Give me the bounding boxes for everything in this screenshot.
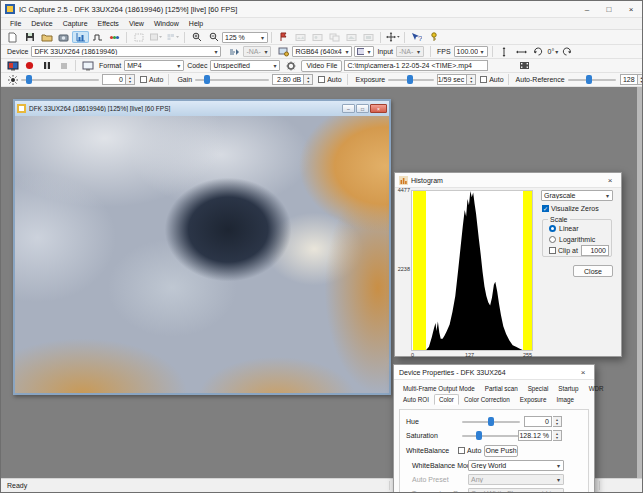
menu-file[interactable]: File <box>5 20 26 27</box>
tab-color-correction[interactable]: Color Correction <box>459 394 515 405</box>
auto-reference-value-field[interactable]: 128 <box>620 74 638 85</box>
tab-startup[interactable]: Startup <box>553 383 583 394</box>
image-restore-button[interactable]: □ <box>356 104 369 113</box>
auto-reference-slider[interactable] <box>568 74 616 85</box>
histogram-window[interactable]: Histogram × 4477 2238 0 127 255 Grayscal… <box>394 172 622 357</box>
hue-slider[interactable] <box>462 416 520 427</box>
gain-slider[interactable] <box>195 74 269 85</box>
histogram-toggle-icon[interactable] <box>72 31 89 43</box>
live-image-window[interactable]: DFK 33UX264 (18619946) [125%] [live] [60… <box>13 99 391 395</box>
new-file-icon[interactable] <box>4 31 21 43</box>
linear-radio[interactable]: Linear <box>549 225 578 232</box>
video-path-field[interactable]: C:\tmp\camera-1 22-05-24 <TIME>.mp4 <box>344 60 488 71</box>
device-properties-close-icon[interactable]: × <box>576 368 590 377</box>
rotate-right-icon[interactable] <box>558 46 575 58</box>
exposure-spinner[interactable]: ▴▾ <box>467 74 476 85</box>
temperature-preset-combobox[interactable]: Cool White Fluorescent Light▾ <box>468 488 564 493</box>
zoom-out-icon[interactable] <box>205 31 222 43</box>
menu-view[interactable]: View <box>124 20 149 27</box>
image-window-titlebar[interactable]: DFK 33UX264 (18619946) [125%] [live] [60… <box>15 101 389 116</box>
auto-reference-spinner[interactable]: ▴▾ <box>638 74 643 85</box>
live-display-icon[interactable] <box>4 60 21 72</box>
white-balance-one-push-button[interactable]: One Push <box>484 445 518 457</box>
stop-button-icon[interactable] <box>55 60 72 72</box>
device-combobox[interactable]: DFK 33UX264 (18619946)▾ <box>31 46 221 57</box>
saturation-spinner[interactable]: ▴▾ <box>553 430 562 441</box>
saturation-slider[interactable] <box>462 430 520 441</box>
codec-settings-gear-icon[interactable] <box>282 60 299 72</box>
video-file-button[interactable]: Video File <box>301 60 342 72</box>
histogram-channel-combobox[interactable]: Grayscale▾ <box>541 190 613 201</box>
format-combobox[interactable]: MP4▾ <box>124 60 184 71</box>
menu-effects[interactable]: Effects <box>93 20 124 27</box>
menu-help[interactable]: Help <box>184 20 208 27</box>
image-minimize-button[interactable]: – <box>342 104 355 113</box>
tab-auto-roi[interactable]: Auto ROI <box>398 394 434 405</box>
record-button-icon[interactable] <box>21 60 38 72</box>
display-while-recording-icon[interactable] <box>79 60 96 72</box>
tab-multi-frame-output-mode[interactable]: Multi-Frame Output Mode <box>398 383 480 394</box>
hue-value-field[interactable]: 0 <box>524 416 552 427</box>
menu-window[interactable]: Window <box>149 20 184 27</box>
capture-settings-icon[interactable] <box>275 31 292 43</box>
close-button[interactable]: × <box>620 1 642 17</box>
live-video-view[interactable] <box>15 116 389 393</box>
fps-combobox[interactable]: 100.00▾ <box>454 46 488 57</box>
auto-preset-combobox[interactable]: Any▾ <box>468 474 564 485</box>
flip-horizontal-icon[interactable] <box>513 46 530 58</box>
white-balance-auto-checkbox[interactable]: Auto <box>458 447 481 454</box>
trigger-mode-icon[interactable] <box>226 46 243 58</box>
logarithmic-radio[interactable]: Logarithmic <box>549 236 595 243</box>
copy-image-icon[interactable] <box>326 31 343 43</box>
brightness-spinner[interactable]: ▴▾ <box>126 74 135 85</box>
brightness-slider[interactable] <box>21 74 99 85</box>
device-properties-titlebar[interactable]: Device Properties - DFK 33UX264 × <box>394 365 594 380</box>
hue-spinner[interactable]: ▴▾ <box>553 416 562 427</box>
display-format-dropdown[interactable]: ▾ <box>354 46 374 57</box>
histogram-close-button[interactable]: Close <box>573 265 613 277</box>
codec-combobox[interactable]: Unspecified▾ <box>210 60 280 71</box>
help-key-icon[interactable] <box>425 31 442 43</box>
tab-wdr[interactable]: WDR <box>584 383 609 394</box>
tab-image[interactable]: Image <box>551 394 579 405</box>
snap-sequence-icon[interactable] <box>292 31 309 43</box>
wb-mode-combobox[interactable]: Grey World▾ <box>468 460 564 471</box>
open-folder-icon[interactable] <box>38 31 55 43</box>
saturation-value-field[interactable]: 128.12 % <box>518 430 552 441</box>
tab-color[interactable]: Color <box>434 394 459 405</box>
tab-special[interactable]: Special <box>523 383 554 394</box>
image-close-button[interactable]: × <box>370 104 387 113</box>
device-properties-dialog[interactable]: Device Properties - DFK 33UX264 × Multi-… <box>393 364 595 493</box>
exposure-value-field[interactable]: 1/59 sec <box>437 74 467 85</box>
gain-value-field[interactable]: 2.80 dB <box>272 74 304 85</box>
flip-vertical-icon[interactable] <box>496 46 513 58</box>
vcd-properties-icon[interactable] <box>106 31 123 43</box>
snap-image-icon[interactable] <box>55 31 72 43</box>
gain-auto-checkbox[interactable]: Auto <box>318 76 341 83</box>
brightness-value-field[interactable]: 0 <box>102 74 126 85</box>
input-combobox[interactable]: -NA-▾ <box>396 46 424 57</box>
roi-selection-icon[interactable] <box>130 31 147 43</box>
display-mode-dropdown-icon[interactable] <box>147 31 164 43</box>
zoom-in-icon[interactable] <box>188 31 205 43</box>
histogram-close-icon[interactable]: × <box>603 176 617 185</box>
film-clip-icon[interactable] <box>516 60 533 72</box>
save-icon[interactable] <box>21 31 38 43</box>
gain-spinner[interactable]: ▴▾ <box>304 74 313 85</box>
context-help-icon[interactable]: ? <box>408 31 425 43</box>
image-properties-icon[interactable] <box>360 31 377 43</box>
save-image-icon[interactable] <box>309 31 326 43</box>
minimize-button[interactable]: – <box>576 1 598 17</box>
zoom-level-combobox[interactable]: 125 %▾ <box>222 32 268 43</box>
histogram-titlebar[interactable]: Histogram × <box>395 173 621 188</box>
brightness-auto-checkbox[interactable]: Auto <box>140 76 163 83</box>
tab-partial-scan[interactable]: Partial scan <box>480 383 523 394</box>
trigger-icon[interactable] <box>89 31 106 43</box>
print-image-icon[interactable] <box>343 31 360 43</box>
clip-value-field[interactable]: 1000 <box>581 245 609 256</box>
visualize-zeros-checkbox[interactable]: ✓Visualize Zeros <box>542 205 599 212</box>
trigger-combobox[interactable]: -NA-▾ <box>243 46 271 57</box>
menu-capture[interactable]: Capture <box>58 20 93 27</box>
maximize-button[interactable]: □ <box>598 1 620 17</box>
color-format-icon[interactable] <box>275 46 292 58</box>
